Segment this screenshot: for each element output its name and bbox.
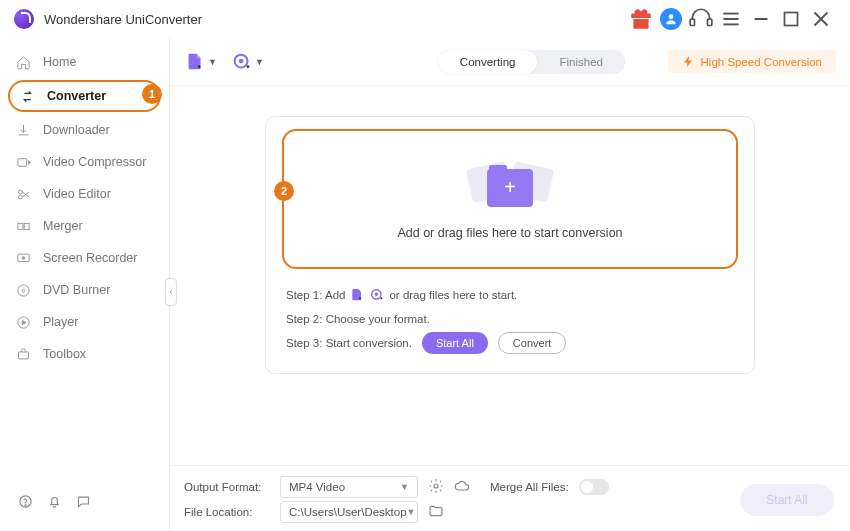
merge-label: Merge All Files: (490, 481, 569, 493)
settings-icon[interactable] (428, 478, 444, 496)
callout-badge-2: 2 (274, 181, 294, 201)
sidebar-item-player[interactable]: Player (0, 306, 169, 338)
status-tabs: Converting Finished (438, 50, 625, 74)
high-speed-conversion-button[interactable]: High Speed Conversion (668, 50, 836, 73)
chevron-down-icon: ▼ (208, 57, 217, 67)
tab-converting[interactable]: Converting (438, 50, 538, 74)
file-location-label: File Location: (184, 506, 270, 518)
callout-badge-1: 1 (142, 84, 162, 104)
svg-point-26 (376, 293, 378, 295)
svg-rect-20 (19, 352, 29, 359)
bell-icon[interactable] (47, 494, 62, 513)
sidebar-item-compressor[interactable]: Video Compressor (0, 146, 169, 178)
output-format-label: Output Format: (184, 481, 270, 493)
sidebar-item-dvd[interactable]: DVD Burner (0, 274, 169, 306)
footer: Output Format: MP4 Video▼ Merge All File… (170, 465, 850, 531)
dropzone-text: Add or drag files here to start conversi… (397, 226, 622, 240)
svg-point-18 (22, 289, 25, 292)
add-file-mini-icon (349, 287, 365, 303)
chevron-down-icon: ▼ (400, 482, 409, 492)
chevron-down-icon: ▼ (407, 507, 416, 517)
sidebar-item-label: Toolbox (43, 347, 86, 361)
svg-point-0 (669, 14, 674, 19)
sidebar-item-home[interactable]: Home (0, 46, 169, 78)
hsc-label: High Speed Conversion (701, 56, 822, 68)
menu-icon[interactable] (718, 6, 744, 32)
add-disc-mini-icon (369, 287, 385, 303)
sidebar-item-converter[interactable]: Converter1 (8, 80, 161, 112)
app-title: Wondershare UniConverter (44, 12, 202, 27)
add-file-button[interactable]: ▼ (184, 51, 217, 73)
sidebar-item-label: Video Editor (43, 187, 111, 201)
cloud-icon[interactable] (454, 478, 470, 496)
step-2: Step 2: Choose your format. (286, 307, 734, 331)
sidebar-item-label: Video Compressor (43, 155, 146, 169)
sidebar-item-label: Converter (47, 89, 106, 103)
file-location-select[interactable]: C:\Users\User\Desktop▼ (280, 501, 418, 523)
sidebar-item-downloader[interactable]: Downloader (0, 114, 169, 146)
svg-point-24 (240, 59, 243, 62)
svg-rect-13 (18, 223, 23, 229)
sidebar-item-toolbox[interactable]: Toolbox (0, 338, 169, 370)
gift-icon[interactable] (628, 6, 654, 32)
main-panel: ▼ ▼ Converting Finished High Speed Conve… (170, 38, 850, 531)
step-1: Step 1: Add or drag files here to start. (286, 283, 734, 307)
add-disc-button[interactable]: ▼ (231, 51, 264, 73)
svg-rect-7 (785, 13, 798, 26)
svg-point-12 (19, 195, 23, 199)
svg-point-22 (25, 505, 26, 506)
sidebar-item-label: Player (43, 315, 78, 329)
user-icon[interactable] (658, 6, 684, 32)
svg-rect-14 (24, 223, 29, 229)
sidebar: Home Converter1 Downloader Video Compres… (0, 38, 170, 531)
feedback-icon[interactable] (76, 494, 91, 513)
sidebar-item-label: DVD Burner (43, 283, 110, 297)
drop-card: 2 + Add or drag files here to start conv… (265, 116, 755, 374)
dropzone[interactable]: 2 + Add or drag files here to start conv… (282, 129, 738, 269)
step-3: Step 3: Start conversion. Start All Conv… (286, 331, 734, 355)
folder-icon: + (465, 159, 555, 214)
close-button[interactable] (808, 6, 834, 32)
app-logo-icon (14, 9, 34, 29)
start-all-footer-button[interactable]: Start All (740, 484, 834, 516)
sidebar-item-editor[interactable]: Video Editor (0, 178, 169, 210)
toolbar: ▼ ▼ Converting Finished High Speed Conve… (170, 38, 850, 86)
svg-point-17 (18, 284, 29, 295)
svg-rect-10 (18, 158, 27, 166)
chevron-down-icon: ▼ (255, 57, 264, 67)
sidebar-item-label: Downloader (43, 123, 110, 137)
svg-point-27 (434, 484, 438, 488)
svg-point-16 (22, 256, 25, 259)
convert-button[interactable]: Convert (498, 332, 567, 354)
maximize-button[interactable] (778, 6, 804, 32)
titlebar: Wondershare UniConverter (0, 0, 850, 38)
output-format-select[interactable]: MP4 Video▼ (280, 476, 418, 498)
start-all-button[interactable]: Start All (422, 332, 488, 354)
open-folder-icon[interactable] (428, 503, 444, 521)
minimize-button[interactable] (748, 6, 774, 32)
sidebar-item-recorder[interactable]: Screen Recorder (0, 242, 169, 274)
svg-point-11 (19, 190, 23, 194)
help-icon[interactable] (18, 494, 33, 513)
tab-finished[interactable]: Finished (537, 50, 624, 74)
support-icon[interactable] (688, 6, 714, 32)
sidebar-item-label: Home (43, 55, 76, 69)
merge-toggle[interactable] (579, 479, 609, 495)
sidebar-collapse-button[interactable]: ‹ (165, 278, 177, 306)
sidebar-item-merger[interactable]: Merger (0, 210, 169, 242)
sidebar-item-label: Screen Recorder (43, 251, 138, 265)
sidebar-item-label: Merger (43, 219, 83, 233)
